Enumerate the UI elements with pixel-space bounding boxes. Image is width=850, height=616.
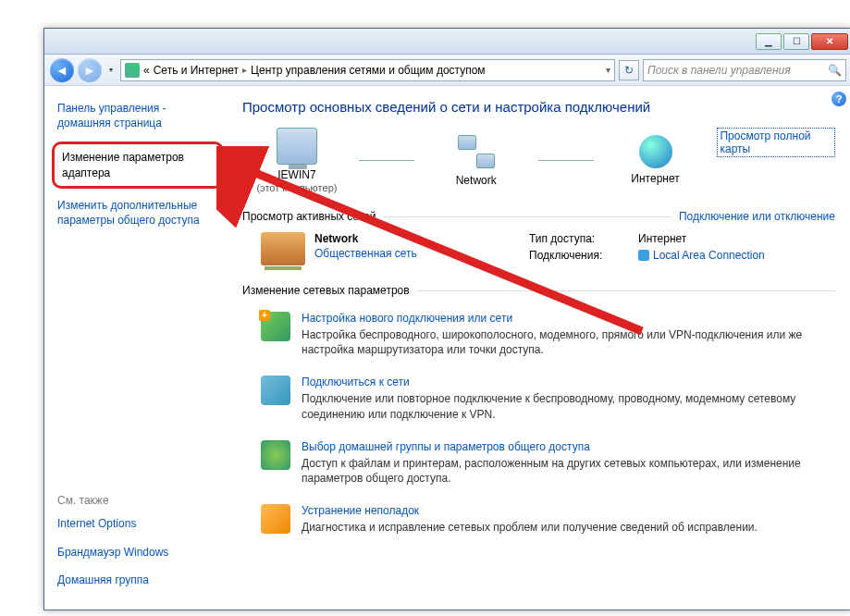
body: Панель управления - домашняя страница Из…	[44, 86, 850, 610]
map-connector	[359, 160, 414, 161]
network-identity: Network Общественная сеть	[261, 232, 501, 265]
access-type-label: Тип доступа:	[529, 232, 622, 245]
window-frame: ◄ ► ▾ « Сеть и Интернет ▸ Центр управлен…	[43, 28, 850, 610]
task-homegroup[interactable]: Выбор домашней группы и параметров общег…	[242, 435, 835, 499]
pc-sub: (этот компьютер)	[256, 182, 337, 193]
help-icon[interactable]: ?	[832, 92, 846, 106]
task-troubleshoot[interactable]: Устранение неполадок Диагностика и испра…	[242, 499, 835, 548]
connect-disconnect-link[interactable]: Подключение или отключение	[679, 210, 835, 223]
task-desc: Диагностика и исправление сетевых пробле…	[302, 520, 758, 535]
main-content: ? Просмотр основных сведений о сети и на…	[229, 86, 850, 610]
troubleshoot-icon	[261, 504, 290, 534]
active-networks-header: Просмотр активных сетей Подключение или …	[242, 210, 835, 223]
address-dropdown[interactable]: ▾	[606, 65, 610, 75]
pc-name: IEWIN7	[277, 168, 315, 182]
network-name: Network	[314, 232, 417, 245]
network-label: Network	[456, 174, 497, 188]
task-title: Подключиться к сети	[302, 376, 835, 388]
task-desc: Подключение или повторное подключение к …	[302, 391, 835, 421]
titlebar	[44, 29, 850, 55]
map-network: Network	[422, 133, 531, 188]
bench-icon	[261, 232, 305, 265]
task-title: Выбор домашней группы и параметров общег…	[302, 440, 835, 453]
breadcrumb-prefix: «	[143, 64, 150, 77]
history-dropdown[interactable]: ▾	[105, 66, 117, 74]
maximize-button[interactable]	[783, 33, 809, 50]
task-new-connection[interactable]: Настройка нового подключения или сети На…	[242, 306, 835, 370]
network-icon	[456, 133, 497, 170]
seealso-internet-options[interactable]: Internet Options	[57, 516, 220, 531]
task-title: Устранение неполадок	[302, 504, 758, 517]
homegroup-icon	[261, 440, 290, 470]
tasks-list: Настройка нового подключения или сети На…	[242, 306, 835, 548]
breadcrumb-level2[interactable]: Центр управления сетями и общим доступом	[251, 64, 486, 77]
divider	[383, 216, 671, 217]
active-network-block: Network Общественная сеть Тип доступа: И…	[242, 232, 835, 278]
connections-label: Подключения:	[529, 249, 622, 262]
navbar: ◄ ► ▾ « Сеть и Интернет ▸ Центр управлен…	[44, 55, 850, 86]
breadcrumb-level1[interactable]: Сеть и Интернет	[154, 64, 239, 77]
forward-button[interactable]: ►	[78, 58, 102, 82]
breadcrumb-sep: ▸	[242, 65, 247, 75]
seealso-homegroup[interactable]: Домашняя группа	[57, 573, 220, 587]
task-title: Настройка нового подключения или сети	[302, 312, 835, 325]
connect-network-icon	[261, 376, 290, 405]
change-settings-label: Изменение сетевых параметров	[242, 284, 410, 297]
map-connector2	[538, 160, 594, 161]
access-type-value: Интернет	[638, 232, 686, 245]
map-this-pc: IEWIN7 (этот компьютер)	[242, 128, 351, 193]
refresh-button[interactable]: ↻	[619, 60, 639, 80]
search-icon: 🔍	[828, 64, 842, 77]
sidebar-footer: См. также Internet Options Брандмауэр Wi…	[57, 494, 220, 600]
network-type-link[interactable]: Общественная сеть	[314, 247, 417, 260]
sidebar: Панель управления - домашняя страница Из…	[44, 86, 229, 610]
view-full-map-link[interactable]: Просмотр полной карты	[717, 128, 835, 157]
divider2	[417, 290, 835, 291]
pc-icon	[277, 128, 317, 165]
location-icon	[125, 63, 140, 78]
close-button[interactable]	[811, 33, 848, 50]
task-desc: Настройка беспроводного, широкополосного…	[302, 327, 835, 357]
sidebar-home-link[interactable]: Панель управления - домашняя страница	[57, 101, 220, 130]
search-placeholder: Поиск в панели управления	[647, 64, 791, 77]
new-connection-icon	[261, 312, 290, 341]
map-internet: Интернет	[601, 135, 710, 186]
internet-label: Интернет	[631, 172, 679, 186]
ethernet-icon	[638, 250, 649, 261]
active-networks-label: Просмотр активных сетей	[242, 210, 376, 223]
network-details: Тип доступа: Интернет Подключения: Local…	[529, 232, 765, 265]
address-bar[interactable]: « Сеть и Интернет ▸ Центр управления сет…	[120, 59, 615, 81]
connection-link[interactable]: Local Area Connection	[653, 249, 765, 262]
minimize-button[interactable]	[756, 33, 782, 50]
change-settings-header: Изменение сетевых параметров	[242, 284, 835, 297]
task-desc: Доступ к файлам и принтерам, расположенн…	[302, 456, 835, 486]
sidebar-adapter-link[interactable]: Изменение параметров адаптера	[52, 142, 224, 188]
seealso-firewall[interactable]: Брандмауэр Windows	[57, 545, 220, 560]
search-input[interactable]: Поиск в панели управления 🔍	[643, 59, 846, 81]
sidebar-sharing-link[interactable]: Изменить дополнительные параметры общего…	[57, 198, 220, 228]
back-button[interactable]: ◄	[50, 58, 74, 82]
task-connect-network[interactable]: Подключиться к сети Подключение или повт…	[242, 370, 835, 434]
network-map: IEWIN7 (этот компьютер) Network Интернет…	[242, 128, 835, 193]
internet-icon	[639, 135, 672, 168]
seealso-header: См. также	[57, 494, 220, 507]
page-title: Просмотр основных сведений о сети и наст…	[242, 99, 835, 115]
